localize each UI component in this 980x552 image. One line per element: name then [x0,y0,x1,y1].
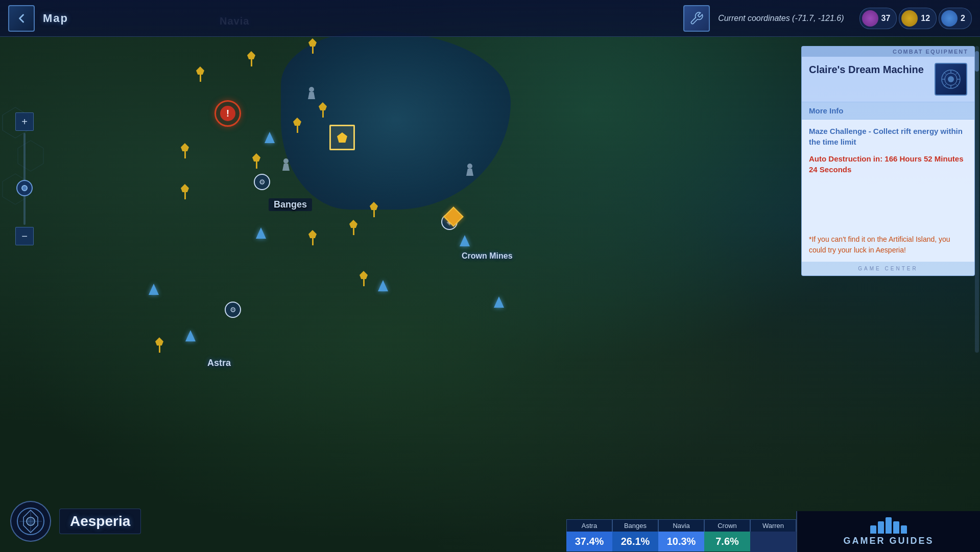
svg-point-6 [948,76,954,82]
gear-marker-2[interactable]: ⚙ [225,302,241,318]
resource-count-1: 37 [881,14,891,23]
resource-item-1: 37 [859,8,897,29]
triangle-marker-2[interactable] [256,227,266,239]
person-marker-1 [306,87,317,100]
panel-top-label: COMBAT EQUIPMENT [893,49,968,55]
gg-bar-4 [893,521,899,534]
tab-pct-astra: 37.4% [566,532,612,551]
resource-count-2: 12 [921,14,930,23]
panel-scrollbar-thumb[interactable] [975,51,979,72]
zoom-handle-inner [21,185,28,191]
zoom-out-button[interactable]: − [15,227,34,245]
region-tab-astra[interactable]: Astra 37.4% [566,519,612,552]
info-panel: COMBAT EQUIPMENT Claire's Dream Machine … [801,46,975,276]
tower-marker-12[interactable] [357,271,370,287]
tab-pct-warren [750,532,796,552]
gear-marker-1-inner: ⚙ [254,174,270,190]
tower-marker-3[interactable] [194,66,206,83]
resource-item-3: 2 [939,8,972,29]
tab-label-warren: Warren [750,519,796,532]
gamer-guides-logo: GAMER GUIDES [796,511,980,552]
tower-marker-7[interactable] [250,153,262,170]
tower-marker-13[interactable] [368,202,380,218]
gg-bar-5 [901,525,907,534]
panel-bottom: GAME CENTER [802,262,974,275]
tip-text: *If you can't find it on the Artificial … [809,234,967,256]
more-info-button[interactable]: More Info [802,102,974,120]
red-target-symbol: ! [226,108,229,119]
gear-marker-2-inner: ⚙ [225,302,241,318]
tab-label-navia: Navia [658,519,704,532]
tower-marker-9[interactable] [347,220,360,236]
person-marker-3 [465,164,475,177]
crown-diamond-marker[interactable] [446,210,461,224]
tab-label-banges: Banges [612,519,658,532]
region-tab-crown[interactable]: Crown 7.6% [704,519,750,552]
person-marker-2 [281,158,291,172]
coordinates-text: Current coordinates (-71.7, -121.6) [718,14,844,23]
zoom-handle[interactable] [16,180,33,196]
zoom-slider[interactable] [23,133,26,225]
triangle-marker-6[interactable] [460,235,470,246]
triangle-marker-7[interactable] [494,296,504,308]
triangle-marker-4[interactable] [378,280,388,291]
back-icon [14,11,29,26]
active-marker-inner [337,132,347,143]
gear-marker-1[interactable]: ⚙ [254,174,270,190]
tower-marker-10[interactable] [179,184,191,200]
wrench-button[interactable] [683,5,710,32]
gg-bars [870,517,907,534]
map-title: Map [43,12,68,25]
tower-marker-4[interactable] [317,102,329,119]
triangle-marker-5[interactable] [185,330,196,341]
tower-marker-5[interactable] [291,118,303,134]
tab-label-crown: Crown [704,519,750,532]
wrench-icon [689,11,704,26]
active-location-marker[interactable] [329,125,355,150]
back-button[interactable] [8,5,35,32]
region-name: Aesperia [59,509,141,534]
region-icon [10,501,51,542]
gg-bar-3 [886,517,892,534]
panel-title: Claire's Dream Machine [809,63,928,76]
resource-counters: 37 12 2 [859,8,972,29]
person-body [308,92,315,99]
tab-pct-banges: 26.1% [612,532,658,551]
resource-icon-blue [941,10,958,27]
tower-marker-6[interactable] [179,143,191,159]
person-head [309,87,314,92]
tower-marker-2[interactable] [306,38,319,55]
panel-content: Maze Challenge - Collect rift energy wit… [802,120,974,262]
panel-scrollbar[interactable] [975,46,979,353]
tower-marker-1[interactable] [245,51,257,67]
gg-bar-2 [878,521,884,534]
gg-logo-container: GAMER GUIDES [843,517,934,546]
triangle-marker-3[interactable] [149,284,159,295]
red-target-marker[interactable]: ! [214,100,241,127]
timer-text: Auto Destruction in: 166 Hours 52 Minute… [809,153,967,175]
resource-count-3: 2 [961,14,965,23]
resource-icon-yellow [901,10,918,27]
header-bar: Map Current coordinates (-71.7, -121.6) … [0,0,980,37]
tab-label-astra: Astra [566,519,612,532]
panel-top-bar: COMBAT EQUIPMENT [802,47,974,57]
zoom-controls: + − [15,112,34,245]
label-crown-mines: Crown Mines [462,251,513,261]
panel-bottom-label: GAME CENTER [809,266,967,271]
region-tab-navia[interactable]: Navia 10.3% [658,519,704,552]
resource-item-2: 12 [899,8,937,29]
region-tab-banges[interactable]: Banges 26.1% [612,519,658,552]
region-indicator: Aesperia [10,501,141,542]
region-tab-warren[interactable]: Warren [750,519,796,552]
triangle-marker-1[interactable] [265,132,275,143]
panel-icon-box [935,63,967,96]
gg-bar-1 [870,525,876,534]
zoom-in-button[interactable]: + [15,112,34,131]
region-tabs: Astra 37.4% Banges 26.1% Navia 10.3% Cro… [566,519,796,552]
panel-equipment-icon [940,68,962,90]
tower-marker-8[interactable] [306,230,319,246]
label-astra: Astra [207,358,231,369]
tab-pct-crown: 7.6% [704,532,750,551]
tower-marker-11[interactable] [153,337,165,354]
aesperia-icon [15,506,46,537]
